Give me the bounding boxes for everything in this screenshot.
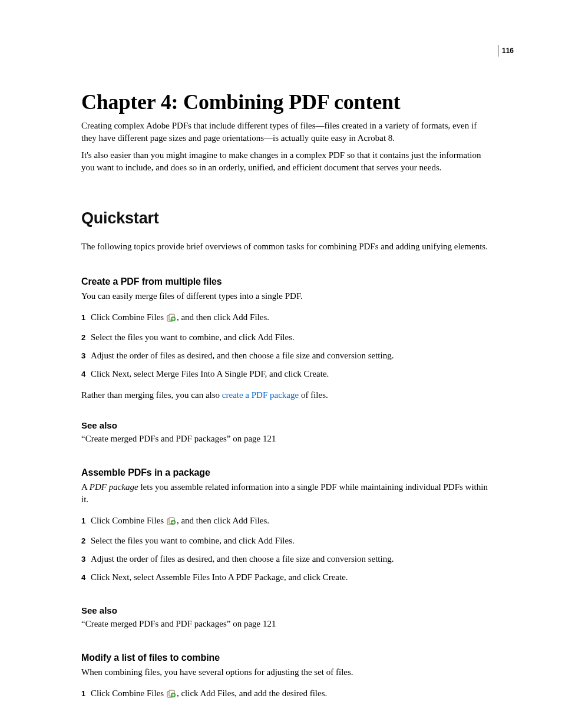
steps-list: 1 Click Combine Files , click Add Files,… bbox=[81, 678, 494, 704]
intro-paragraph-1: Creating complex Adobe PDFs that include… bbox=[81, 115, 494, 144]
step-text: Click Combine Files , and then click Add… bbox=[91, 311, 494, 325]
page-number: 116 bbox=[502, 47, 514, 55]
see-also-heading: See also bbox=[81, 587, 494, 615]
step-text: Adjust the order of files as desired, an… bbox=[91, 553, 494, 565]
link-create-pdf-package[interactable]: create a PDF package bbox=[222, 390, 299, 400]
chapter-title: Chapter 4: Combining PDF content bbox=[81, 0, 494, 115]
step-number: 4 bbox=[81, 369, 91, 380]
step-item: 4 Click Next, select Merge Files Into A … bbox=[81, 365, 494, 383]
step-text: Select the files you want to combine, an… bbox=[91, 535, 494, 547]
step-text: Click Next, select Merge Files Into A Si… bbox=[91, 368, 494, 380]
step-item: 2 Select the files you want to combine, … bbox=[81, 328, 494, 347]
step-number: 1 bbox=[81, 516, 91, 526]
combine-files-icon bbox=[167, 313, 176, 325]
step-item: 4 Click Next, select Assemble Files Into… bbox=[81, 568, 494, 587]
topic-heading-create-pdf: Create a PDF from multiple files bbox=[81, 253, 494, 287]
step-number: 2 bbox=[81, 332, 91, 343]
step-text: Adjust the order of files as desired, an… bbox=[91, 350, 494, 362]
step-text: Select the files you want to combine, an… bbox=[91, 331, 494, 344]
see-also-reference: “Create merged PDFs and PDF packages” on… bbox=[81, 430, 494, 444]
step-number: 1 bbox=[81, 312, 91, 323]
section-intro: The following topics provide brief overv… bbox=[81, 228, 494, 253]
step-item: 3 Adjust the order of files as desired, … bbox=[81, 550, 494, 568]
steps-list: 1 Click Combine Files , and then click A… bbox=[81, 506, 494, 587]
topic-heading-assemble-package: Assemble PDFs in a package bbox=[81, 444, 494, 478]
combine-files-icon bbox=[167, 689, 176, 701]
step-number: 4 bbox=[81, 572, 91, 583]
topic-intro: When combining files, you have several o… bbox=[81, 663, 494, 678]
combine-files-icon bbox=[167, 516, 176, 529]
step-item: 3 Adjust the order of files as desired, … bbox=[81, 347, 494, 365]
step-item: 2 Select the files you want to combine, … bbox=[81, 532, 494, 550]
step-number: 3 bbox=[81, 554, 91, 565]
step-item: 1 Click Combine Files , click Add Files,… bbox=[81, 684, 494, 704]
topic-intro: You can easily merge files of different … bbox=[81, 287, 494, 302]
topic-heading-modify-list: Modify a list of files to combine bbox=[81, 629, 494, 663]
topic-intro: A PDF package lets you assemble related … bbox=[81, 478, 494, 506]
step-number: 2 bbox=[81, 536, 91, 546]
see-also-heading: See also bbox=[81, 401, 494, 430]
step-number: 1 bbox=[81, 689, 91, 699]
page-number-marker: 116 bbox=[498, 45, 514, 57]
steps-list: 1 Click Combine Files , and then click A… bbox=[81, 302, 494, 383]
step-item: 1 Click Combine Files , and then click A… bbox=[81, 512, 494, 532]
intro-paragraph-2: It's also easier than you might imagine … bbox=[81, 144, 494, 174]
after-steps-note: Rather than merging files, you can also … bbox=[81, 383, 494, 401]
page-content: Chapter 4: Combining PDF content Creatin… bbox=[81, 0, 494, 704]
step-item: 1 Click Combine Files , and then click A… bbox=[81, 308, 494, 328]
section-heading-quickstart: Quickstart bbox=[81, 174, 494, 228]
step-number: 3 bbox=[81, 351, 91, 361]
see-also-reference: “Create merged PDFs and PDF packages” on… bbox=[81, 615, 494, 629]
step-text: Click Combine Files , and then click Add… bbox=[91, 515, 494, 529]
step-text: Click Combine Files , click Add Files, a… bbox=[91, 687, 494, 701]
term-pdf-package: PDF package bbox=[90, 482, 138, 492]
step-text: Click Next, select Assemble Files Into A… bbox=[91, 571, 494, 584]
